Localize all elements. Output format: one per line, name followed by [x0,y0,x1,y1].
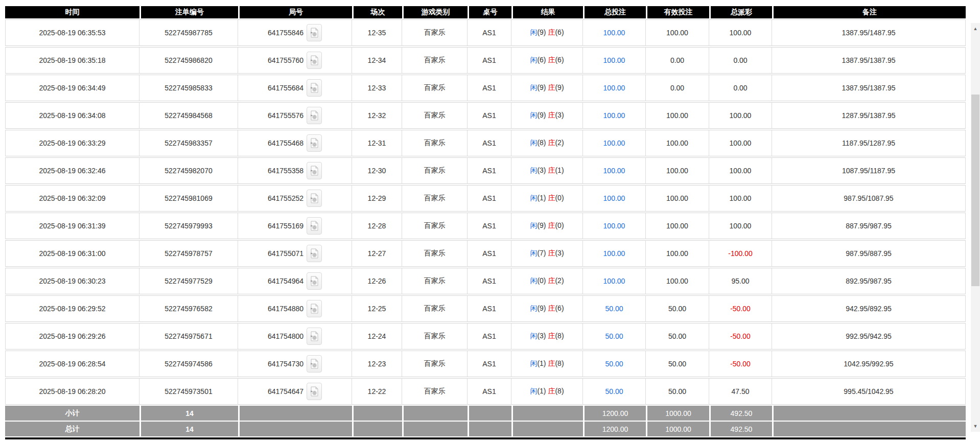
table-row: 2025-08-19 06:31:39 522745979993 6417551… [5,213,966,239]
payout-value: 0.00 [733,84,747,92]
video-record-icon [310,55,319,65]
total-bet-cell: 100.00 [583,19,646,46]
result-banker-label: 庄 [548,138,555,147]
table-no-cell: AS1 [468,240,511,267]
total-bet-link[interactable]: 100.00 [603,56,625,64]
payout-value: 100.00 [730,194,752,202]
total-bet-link[interactable]: 50.00 [605,387,623,396]
video-replay-button[interactable] [307,355,322,373]
result-banker-label: 庄 [548,56,555,64]
video-replay-button[interactable] [307,52,322,69]
result-banker-label: 庄 [548,249,555,257]
video-replay-button[interactable] [307,272,322,290]
video-replay-button[interactable] [307,245,322,262]
round-no-value: 641754647 [268,387,304,396]
total-bet-link[interactable]: 100.00 [603,249,625,258]
time-cell: 2025-08-19 06:28:20 [5,378,139,405]
round-no-cell: 641755846 [238,19,352,46]
table-row: 2025-08-19 06:31:00 522745978757 6417550… [5,240,966,267]
empty-cell [352,422,402,436]
video-record-icon [310,304,319,314]
bet-no-cell: 522745986820 [139,47,238,74]
total-bet-link[interactable]: 100.00 [603,167,625,175]
col-header-payout: 总派彩 [709,6,772,18]
valid-bet-cell: 100.00 [646,213,709,239]
video-replay-button[interactable] [307,328,322,345]
result-banker-score: (6) [555,304,564,312]
payout-value: -50.00 [730,360,751,368]
total-bet-link[interactable]: 50.00 [605,332,623,340]
session-cell: 12-24 [352,323,402,350]
total-bet-link[interactable]: 100.00 [603,139,625,147]
scrollbar-down-arrow-icon[interactable]: ▼ [971,422,980,431]
payout-cell: -50.00 [709,323,772,350]
result-banker-score: (0) [555,221,564,229]
video-replay-button[interactable] [307,190,322,207]
session-cell: 12-35 [352,19,402,46]
vertical-scrollbar[interactable]: ▲ ▼ [971,23,980,432]
empty-cell [402,406,468,421]
subtotal-count: 14 [139,406,238,421]
total-bet-link[interactable]: 100.00 [603,194,625,202]
video-replay-button[interactable] [307,79,322,97]
result-banker-label: 庄 [548,276,555,285]
table-header-row: 时间 注单编号 局号 场次 游戏类别 桌号 结果 总投注 有效投注 总派彩 备注 [5,6,966,18]
result-cell: 闲(9) 庄(9) [511,75,583,101]
table-no-cell: AS1 [468,378,511,405]
total-bet-link[interactable]: 50.00 [605,360,623,368]
total-bet-link[interactable]: 50.00 [605,305,623,313]
total-bet-link[interactable]: 100.00 [603,84,625,92]
result-player-label: 闲 [530,359,537,367]
bet-no-cell: 522745976582 [139,295,238,322]
col-header-game-type: 游戏类别 [402,6,468,18]
result-banker-label: 庄 [548,221,555,229]
result-banker-score: (3) [555,111,564,119]
result-player-label: 闲 [530,111,537,119]
subtotal-label: 小计 [5,406,139,421]
round-no-cell: 641755576 [238,102,352,129]
table-row: 2025-08-19 06:30:23 522745977529 6417549… [5,268,966,294]
empty-cell [772,422,966,436]
time-cell: 2025-08-19 06:29:52 [5,295,139,322]
scrollbar-thumb[interactable] [971,95,979,286]
result-player-score: (8) [537,138,546,147]
total-bet-cell: 100.00 [583,157,646,184]
col-header-total-bet: 总投注 [583,6,646,18]
bet-no-cell: 522745981069 [139,185,238,212]
table-row: 2025-08-19 06:29:26 522745975671 6417548… [5,323,966,350]
table-no-cell: AS1 [468,102,511,129]
empty-cell [468,406,511,421]
round-no-cell: 641755358 [238,157,352,184]
total-total-bet: 1200.00 [583,422,646,436]
valid-bet-cell: 100.00 [646,268,709,294]
video-replay-button[interactable] [307,217,322,235]
total-bet-cell: 100.00 [583,47,646,74]
total-bet-link[interactable]: 100.00 [603,29,625,37]
result-banker-score: (6) [555,56,564,64]
total-bet-link[interactable]: 100.00 [603,222,625,230]
video-replay-button[interactable] [307,300,322,317]
empty-cell [352,406,402,421]
total-bet-link[interactable]: 100.00 [603,111,625,120]
table-row: 2025-08-19 06:29:52 522745976582 6417548… [5,295,966,322]
payout-value: 95.00 [731,277,749,285]
result-banker-label: 庄 [548,304,555,312]
result-cell: 闲(1) 庄(8) [511,351,583,377]
payout-cell: 47.50 [709,378,772,405]
table-no-cell: AS1 [468,323,511,350]
video-replay-button[interactable] [307,24,322,41]
empty-cell [238,406,352,421]
game-type-cell: 百家乐 [402,323,468,350]
video-replay-button[interactable] [307,134,322,152]
result-player-label: 闲 [530,28,537,36]
video-replay-button[interactable] [307,162,322,179]
result-player-label: 闲 [530,249,537,257]
video-record-icon [310,83,319,93]
video-record-icon [310,166,319,176]
video-replay-button[interactable] [307,107,322,124]
total-bet-cell: 50.00 [583,323,646,350]
video-replay-button[interactable] [307,383,322,400]
scrollbar-up-arrow-icon[interactable]: ▲ [971,24,980,33]
total-bet-link[interactable]: 100.00 [603,277,625,285]
result-cell: 闲(3) 庄(8) [511,323,583,350]
